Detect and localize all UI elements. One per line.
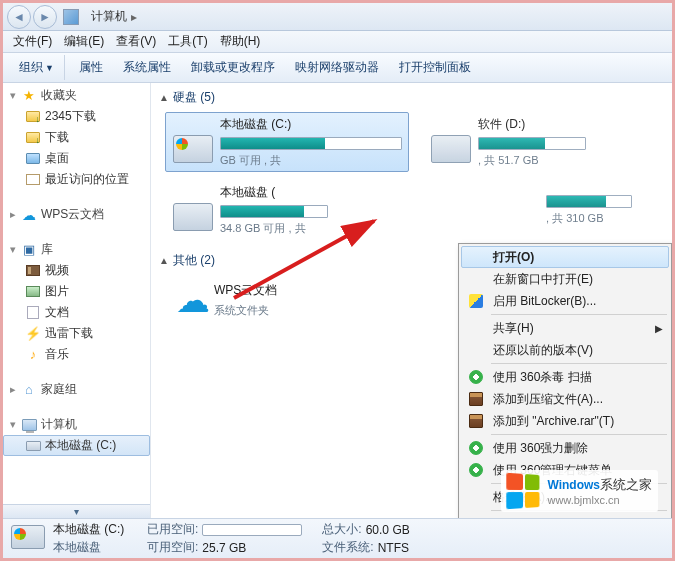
status-used-bar bbox=[202, 524, 302, 536]
ctx-addrar[interactable]: 添加到 "Archive.rar"(T) bbox=[461, 410, 669, 432]
main-pane: ▲硬盘 (5) 本地磁盘 (C:) GB 可用 , 共 软件 (D:) , 共 … bbox=[151, 83, 672, 518]
ctx-open-new[interactable]: 在新窗口中打开(E) bbox=[461, 268, 669, 290]
status-fs-val: NTFS bbox=[378, 541, 409, 555]
ctx-restore[interactable]: 还原以前的版本(V) bbox=[461, 339, 669, 361]
chevron-right-icon: ▶ bbox=[655, 323, 663, 334]
sidebar-item-thunder[interactable]: ⚡迅雷下载 bbox=[3, 323, 150, 344]
watermark-url: www.bjmlxc.cn bbox=[547, 494, 652, 506]
separator bbox=[491, 434, 667, 435]
sidebar-homegroup-header[interactable]: ▸⌂家庭组 bbox=[3, 379, 150, 400]
music-icon: ♪ bbox=[25, 348, 41, 362]
archive-icon bbox=[469, 414, 483, 428]
watermark-brand-cn: 系统之家 bbox=[600, 477, 652, 492]
360-icon bbox=[469, 441, 483, 455]
separator bbox=[491, 363, 667, 364]
sidebar-item-local-c[interactable]: 本地磁盘 (C:) bbox=[3, 435, 150, 456]
ctx-copy[interactable]: 复制(C) bbox=[461, 513, 669, 518]
sidebar-item-video[interactable]: 视频 bbox=[3, 260, 150, 281]
capacity-bar bbox=[478, 137, 586, 150]
item-name: WPS云文档 bbox=[214, 282, 328, 299]
caret-down-icon: ▾ bbox=[7, 243, 19, 256]
sidebar-item-recent[interactable]: 最近访问的位置 bbox=[3, 169, 150, 190]
watermark: Windows系统之家 www.bjmlxc.cn bbox=[501, 470, 658, 512]
picture-icon bbox=[25, 285, 41, 299]
chevron-right-icon[interactable]: ▸ bbox=[131, 10, 137, 24]
status-name: 本地磁盘 (C:) bbox=[53, 521, 124, 538]
sidebar-item-pictures[interactable]: 图片 bbox=[3, 281, 150, 302]
drive-name: 软件 (D:) bbox=[478, 116, 586, 133]
drive-icon bbox=[173, 135, 213, 163]
sidebar-item-downloads[interactable]: 下载 bbox=[3, 127, 150, 148]
titlebar: ◄ ► 计算机 ▸ bbox=[3, 3, 672, 31]
sidebar-item-2345[interactable]: 2345下载 bbox=[3, 106, 150, 127]
status-free-label: 可用空间: bbox=[147, 539, 198, 556]
forward-button[interactable]: ► bbox=[33, 5, 57, 29]
tb-uninstall[interactable]: 卸载或更改程序 bbox=[181, 55, 285, 80]
caret-down-icon: ▾ bbox=[7, 89, 19, 102]
sidebar-item-documents[interactable]: 文档 bbox=[3, 302, 150, 323]
drive-subtext: GB 可用 , 共 bbox=[220, 153, 402, 168]
folder-icon bbox=[25, 131, 41, 145]
capacity-bar bbox=[220, 137, 402, 150]
menu-tools[interactable]: 工具(T) bbox=[162, 31, 213, 52]
drive-tile-f[interactable]: , 共 310 GB bbox=[539, 180, 639, 240]
star-icon: ★ bbox=[21, 89, 37, 103]
drive-tile-d[interactable]: 软件 (D:) , 共 51.7 GB bbox=[423, 112, 593, 172]
360-icon bbox=[469, 370, 483, 384]
menu-view[interactable]: 查看(V) bbox=[110, 31, 162, 52]
chevron-down-icon: ▼ bbox=[45, 63, 54, 73]
cloud-icon: ☁ bbox=[172, 279, 214, 321]
sidebar-wps-header[interactable]: ▸☁WPS云文档 bbox=[3, 204, 150, 225]
content-area: ▾★收藏夹 2345下载 下载 桌面 最近访问的位置 ▸☁WPS云文档 ▾▣库 … bbox=[3, 83, 672, 518]
sidebar-favorites-header[interactable]: ▾★收藏夹 bbox=[3, 85, 150, 106]
sidebar-computer-header[interactable]: ▾计算机 bbox=[3, 414, 150, 435]
drive-name: 本地磁盘 (C:) bbox=[220, 116, 402, 133]
sidebar-item-desktop[interactable]: 桌面 bbox=[3, 148, 150, 169]
drive-icon bbox=[25, 439, 41, 453]
drive-icon bbox=[11, 525, 45, 553]
sidebar-item-music[interactable]: ♪音乐 bbox=[3, 344, 150, 365]
menu-file[interactable]: 文件(F) bbox=[7, 31, 58, 52]
cloud-icon: ☁ bbox=[21, 208, 37, 222]
tb-mapdrive[interactable]: 映射网络驱动器 bbox=[285, 55, 389, 80]
item-subtext: 系统文件夹 bbox=[214, 303, 328, 318]
caret-right-icon: ▸ bbox=[7, 208, 19, 221]
windows-logo-icon bbox=[507, 473, 540, 510]
ctx-addzip[interactable]: 添加到压缩文件(A)... bbox=[461, 388, 669, 410]
drive-tile-e[interactable]: 本地磁盘 ( 34.8 GB 可用 , 共 bbox=[165, 180, 335, 240]
triangle-down-icon: ▲ bbox=[159, 255, 169, 266]
breadcrumb-root[interactable]: 计算机 bbox=[91, 8, 127, 25]
desktop-icon bbox=[25, 152, 41, 166]
other-tile-wps[interactable]: ☁ WPS云文档 系统文件夹 bbox=[165, 275, 335, 325]
menubar: 文件(F) 编辑(E) 查看(V) 工具(T) 帮助(H) bbox=[3, 31, 672, 53]
menu-help[interactable]: 帮助(H) bbox=[214, 31, 267, 52]
tb-properties[interactable]: 属性 bbox=[69, 55, 113, 80]
ctx-open[interactable]: 打开(O) bbox=[461, 246, 669, 268]
computer-icon bbox=[21, 418, 37, 432]
ctx-share[interactable]: 共享(H)▶ bbox=[461, 317, 669, 339]
ctx-scan360[interactable]: 使用 360杀毒 扫描 bbox=[461, 366, 669, 388]
drive-name: 本地磁盘 ( bbox=[220, 184, 328, 201]
back-button[interactable]: ◄ bbox=[7, 5, 31, 29]
ctx-del360[interactable]: 使用 360强力删除 bbox=[461, 437, 669, 459]
status-used-label: 已用空间: bbox=[147, 521, 198, 538]
tb-organize[interactable]: 组织▼ bbox=[9, 55, 65, 80]
ctx-bitlocker[interactable]: 启用 BitLocker(B)... bbox=[461, 290, 669, 312]
shield-icon bbox=[469, 294, 483, 308]
tb-ctrlpanel[interactable]: 打开控制面板 bbox=[389, 55, 481, 80]
scroll-down-button[interactable]: ▾ bbox=[3, 504, 150, 518]
drive-tile-c[interactable]: 本地磁盘 (C:) GB 可用 , 共 bbox=[165, 112, 409, 172]
capacity-bar bbox=[546, 195, 632, 208]
triangle-down-icon: ▲ bbox=[159, 92, 169, 103]
archive-icon bbox=[469, 392, 483, 406]
menu-edit[interactable]: 编辑(E) bbox=[58, 31, 110, 52]
folder-icon bbox=[25, 110, 41, 124]
sidebar-library-header[interactable]: ▾▣库 bbox=[3, 239, 150, 260]
group-hdd-header[interactable]: ▲硬盘 (5) bbox=[151, 83, 672, 110]
drive-icon bbox=[173, 203, 213, 231]
tb-sysprops[interactable]: 系统属性 bbox=[113, 55, 181, 80]
breadcrumb[interactable]: 计算机 ▸ bbox=[91, 8, 141, 25]
toolbar: 组织▼ 属性 系统属性 卸载或更改程序 映射网络驱动器 打开控制面板 bbox=[3, 53, 672, 83]
drive-subtext: 34.8 GB 可用 , 共 bbox=[220, 221, 328, 236]
status-fs-label: 文件系统: bbox=[322, 539, 373, 556]
